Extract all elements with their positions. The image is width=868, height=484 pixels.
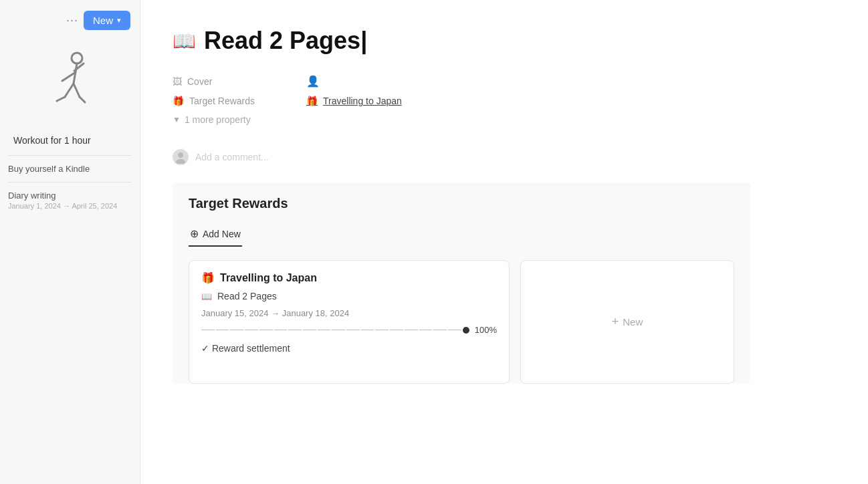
svg-line-7 xyxy=(80,97,85,102)
new-button[interactable]: New ▾ xyxy=(84,11,130,30)
comment-placeholder[interactable]: Add a comment... xyxy=(195,152,269,162)
reward-card-sub-text: Read 2 Pages xyxy=(217,291,277,301)
sidebar-top: ··· New ▾ xyxy=(0,0,140,35)
empty-card-new-content: + New xyxy=(612,315,643,329)
reward-card-sub-icon: 📖 xyxy=(201,291,212,301)
avatar-icon xyxy=(174,150,187,164)
cover-label-text: Cover xyxy=(187,76,212,87)
svg-line-4 xyxy=(65,84,74,97)
more-property-row[interactable]: ▼ 1 more property xyxy=(173,110,750,129)
target-rewards-property-row: 🎁 Target Rewards 🎁 Travelling to Japan xyxy=(173,92,750,110)
cover-property-label: 🖼 Cover xyxy=(173,76,306,87)
more-property-label: 1 more property xyxy=(185,114,251,125)
sidebar-illustration xyxy=(0,35,140,122)
cards-row: 🎁 Travelling to Japan 📖 Read 2 Pages Jan… xyxy=(189,260,734,384)
sidebar-divider-1 xyxy=(8,155,132,156)
sidebar-list: Workout for 1 hour Buy yourself a Kindle… xyxy=(0,128,140,215)
comment-row: Add a comment... xyxy=(173,142,750,177)
sidebar: ··· New ▾ Workout for 1 hour xyxy=(0,0,140,484)
empty-card-plus-icon: + xyxy=(612,315,619,329)
sidebar-item-kindle[interactable]: Buy yourself a Kindle xyxy=(0,158,140,179)
reward-card-title-row: 🎁 Travelling to Japan xyxy=(201,271,497,284)
sidebar-more-dots[interactable]: ··· xyxy=(66,13,78,27)
new-button-chevron: ▾ xyxy=(117,16,121,25)
main-inner: 📖 Read 2 Pages 🖼 Cover 👤 🎁 Targ xyxy=(140,0,782,410)
cover-icon: 🖼 xyxy=(173,76,182,87)
reward-card-sub-row: 📖 Read 2 Pages xyxy=(201,291,497,301)
target-rewards-value[interactable]: 🎁 Travelling to Japan xyxy=(306,96,402,106)
sidebar-divider-2 xyxy=(8,182,132,183)
walking-person-icon xyxy=(43,49,97,116)
sidebar-item-workout[interactable]: Workout for 1 hour xyxy=(4,128,136,152)
reward-card-title: Travelling to Japan xyxy=(220,272,317,284)
svg-line-5 xyxy=(57,97,65,101)
properties-section: 🖼 Cover 👤 🎁 Target Rewards 🎁 Travelling … xyxy=(173,71,750,129)
sidebar-item-kindle-label: Buy yourself a Kindle xyxy=(8,164,132,174)
new-button-label: New xyxy=(93,15,113,26)
reward-card-japan: 🎁 Travelling to Japan 📖 Read 2 Pages Jan… xyxy=(189,260,510,384)
target-rewards-property-label: 🎁 Target Rewards xyxy=(173,96,306,106)
target-rewards-label-icon: 🎁 xyxy=(173,96,184,106)
empty-card[interactable]: + New xyxy=(520,260,734,384)
reward-card-title-icon: 🎁 xyxy=(201,271,215,284)
cover-person-icon: 👤 xyxy=(306,75,320,88)
add-new-circle-icon: ⊕ xyxy=(190,227,199,240)
page-title-row: 📖 Read 2 Pages xyxy=(173,27,750,55)
target-rewards-section-title: Target Rewards xyxy=(189,196,734,211)
target-rewards-value-text: Travelling to Japan xyxy=(323,96,402,106)
svg-line-6 xyxy=(74,84,80,97)
progress-dashes xyxy=(201,327,469,334)
page-title[interactable]: Read 2 Pages xyxy=(204,27,367,55)
target-rewards-value-icon: 🎁 xyxy=(306,96,318,106)
progress-row: 100% xyxy=(201,325,497,335)
reward-settlement: ✓ Reward settlement xyxy=(201,343,497,354)
empty-card-new-label: New xyxy=(623,316,643,328)
svg-point-9 xyxy=(176,159,185,164)
progress-pct: 100% xyxy=(475,325,497,335)
reward-card-date: January 15, 2024 → January 18, 2024 xyxy=(201,308,497,318)
sidebar-item-diary[interactable]: Diary writing January 1, 2024 → April 25… xyxy=(0,185,140,215)
main-content: 📖 Read 2 Pages 🖼 Cover 👤 🎁 Targ xyxy=(140,0,868,484)
more-property-chevron-icon: ▼ xyxy=(173,115,181,124)
add-new-label: Add New xyxy=(203,229,241,239)
sidebar-item-date: January 1, 2024 → April 25, 2024 xyxy=(8,202,132,210)
sidebar-item-diary-label: Diary writing xyxy=(8,191,132,201)
target-rewards-section: Target Rewards ⊕ Add New 🎁 Travelling to… xyxy=(173,183,750,384)
add-new-tab[interactable]: ⊕ Add New xyxy=(189,222,242,247)
progress-dot xyxy=(463,327,469,334)
cover-value: 👤 xyxy=(306,75,320,88)
target-rewards-label-text: Target Rewards xyxy=(189,96,255,106)
cover-property-row: 🖼 Cover 👤 xyxy=(173,71,750,92)
svg-point-0 xyxy=(72,53,82,64)
comment-avatar xyxy=(173,149,189,165)
sidebar-item-workout-label: Workout for 1 hour xyxy=(13,135,91,146)
page-icon: 📖 xyxy=(173,30,196,52)
svg-point-8 xyxy=(178,152,183,158)
